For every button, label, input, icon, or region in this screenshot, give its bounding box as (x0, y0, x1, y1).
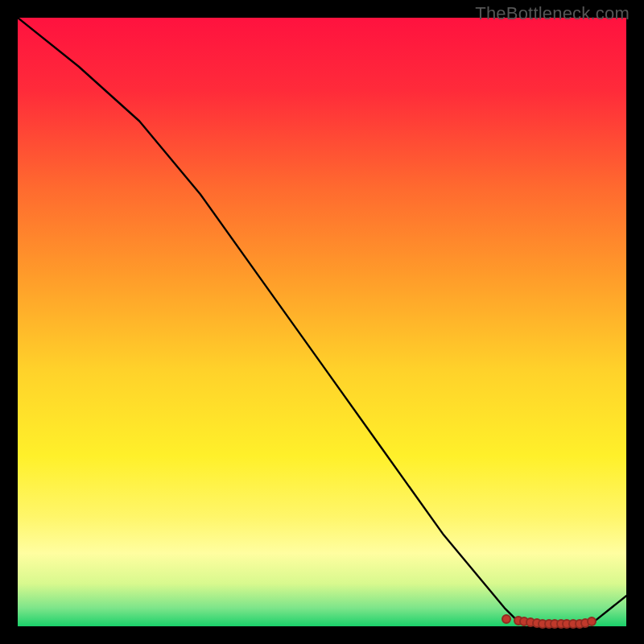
data-line (18, 18, 626, 626)
data-marker (502, 614, 511, 624)
watermark-text: TheBottleneck.com (475, 3, 630, 24)
plot-area (18, 18, 626, 626)
plot-inner (18, 18, 626, 626)
chart-frame: TheBottleneck.com (0, 0, 644, 644)
data-marker (587, 617, 597, 626)
